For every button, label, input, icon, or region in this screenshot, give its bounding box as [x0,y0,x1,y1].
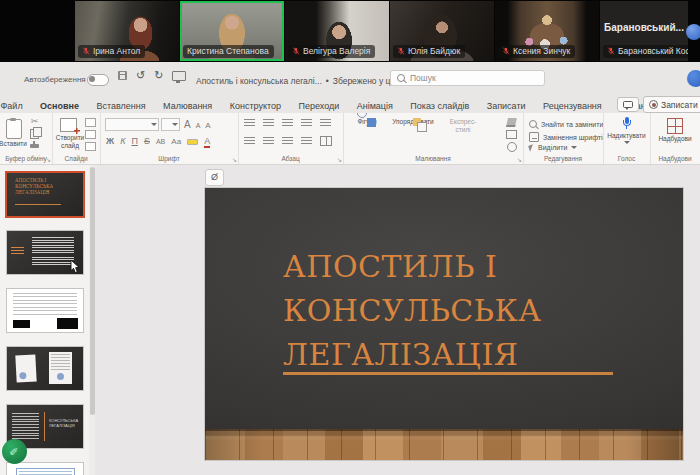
dialog-launcher-icon[interactable]: ↘ [46,157,51,163]
select-button[interactable]: Виділити [529,144,577,151]
bullets-icon[interactable] [244,119,255,127]
thumbnail-slide-1-selected[interactable]: АПОСТИЛЬ І КОНСУЛЬСЬКА ЛЕГАЛІЗАЦІЯ [7,173,83,216]
participant-tile[interactable]: Барановський... Барановський Костя... [600,1,688,61]
increase-indent-icon[interactable] [301,119,312,127]
participant-name: Кристина Степанова [187,46,269,56]
shape-format-tools [506,118,517,152]
chevron-down-icon [151,123,157,126]
font-size-select[interactable] [161,118,180,131]
shape-outline-icon[interactable] [506,130,517,139]
shrink-font-icon[interactable]: А [196,122,201,129]
new-slide-button[interactable] [60,118,77,132]
scrollbar-thumb[interactable] [90,167,95,415]
arrange-button[interactable]: Упорядкувати [387,118,439,126]
tab-slideshow[interactable]: Показ слайдів [404,97,476,113]
tab-home[interactable]: Основне [34,97,86,113]
autosave-toggle[interactable] [87,74,109,86]
shape-fill-icon[interactable] [506,118,517,127]
tab-file[interactable]: Файл [0,97,29,113]
align-left-icon[interactable] [244,137,255,145]
participant-tile[interactable]: Кристина Степанова [180,1,284,61]
annotation-pencil-badge[interactable]: ✎ [2,439,27,464]
alignment-tools [244,136,332,146]
replace-fonts-button[interactable]: Замінення шрифтів [529,132,604,142]
addins-icon[interactable] [667,118,683,134]
participant-tile[interactable]: Ірина Антол [75,1,179,61]
paste-button[interactable] [6,119,22,139]
columns-icon[interactable] [320,136,332,146]
slideshow-icon[interactable] [172,71,186,81]
tab-insert[interactable]: Вставлення [90,97,152,113]
search-input[interactable]: Пошук [390,70,545,86]
undo-icon[interactable]: ↺ [136,70,145,81]
new-slide-label: Створити слайд [52,134,88,150]
participant-tile[interactable]: Ксения Зинчук [495,1,599,61]
slide-canvas[interactable]: АПОСТИЛЬ І КОНСУЛЬСЬКА ЛЕГАЛІЗАЦІЯ [205,188,683,460]
dictate-button[interactable] [603,117,650,130]
list-tools [244,119,331,127]
character-spacing-icon[interactable]: АВ [156,138,165,145]
find-replace-button[interactable]: Знайти та замінити [529,120,603,128]
underline-button[interactable]: П [131,136,137,146]
copy-icon[interactable] [30,129,39,139]
decrease-indent-icon[interactable] [282,119,293,127]
shape-effects-icon[interactable] [507,142,517,152]
participant-tile[interactable]: Юлія Байдюк [390,1,494,61]
font-color-icon[interactable]: А [204,137,210,148]
thumbnail-slide-4[interactable] [7,347,83,390]
ribbon: Вставити ✂ Буфер обміну ↘ Створити слайд… [0,113,700,165]
record-button[interactable]: Записати [643,96,700,113]
grow-font-icon[interactable]: А [184,119,191,130]
font-style-tools: Ж К П S АВ Аа А [106,136,210,148]
change-case-icon[interactable]: Аа [171,137,181,146]
participant-nameplate: Велігура Валерія [288,45,375,58]
layout-icon[interactable] [85,118,96,127]
shapes-button[interactable]: Фігури [351,118,383,126]
font-name-select[interactable] [105,118,159,131]
clear-formatting-icon[interactable]: А [205,121,210,130]
comments-button[interactable] [617,97,639,112]
title-separator-dot: • [326,76,329,86]
tab-record[interactable]: Записати [480,97,532,113]
font-group-label: Шрифт [100,155,238,162]
cut-icon[interactable]: ✂ [31,117,39,126]
justify-icon[interactable] [301,137,312,145]
line-spacing-icon[interactable] [320,119,331,127]
dialog-launcher-icon[interactable]: ↘ [337,157,342,163]
format-painter-icon[interactable] [30,144,39,148]
addins-group: Надбудови Надбудови [650,113,700,164]
thumbnail-slide-3[interactable] [7,289,83,332]
paragraph-group: Абзац ↘ [238,113,344,164]
redo-icon[interactable]: ↻ [154,70,163,81]
paragraph-group-label: Абзац [238,155,343,162]
tab-design[interactable]: Конструктор [223,97,287,113]
tab-animations[interactable]: Анімація [350,97,399,113]
italic-button[interactable]: К [120,136,125,146]
thumbnail-title-text: АПОСТИЛЬ І КОНСУЛЬСЬКА ЛЕГАЛІЗАЦІЯ [15,178,75,196]
thumbnail-slide-6[interactable] [7,463,83,475]
meeting-control-bubble[interactable] [686,24,700,40]
participant-name: Юлія Байдюк [408,46,460,56]
record-button-label: Записати [661,100,698,110]
align-right-icon[interactable] [282,137,293,145]
quick-styles-button[interactable]: Експрес-стилі [443,118,483,134]
participant-tile[interactable]: Велігура Валерія [285,1,389,61]
addins-group-label: Надбудови [650,155,700,162]
dialog-launcher-icon[interactable]: ↘ [232,157,237,163]
thumbnail-title-text: КОНСУЛЬСЬКА ЛЕГАЛІЗАЦІЯ [49,418,79,428]
tab-review[interactable]: Рецензування [537,97,609,113]
tab-draw[interactable]: Малювання [157,97,219,113]
account-avatar[interactable] [687,70,700,87]
slide-title-textbox[interactable]: АПОСТИЛЬ І КОНСУЛЬСЬКА ЛЕГАЛІЗАЦІЯ [283,245,541,377]
numbering-icon[interactable] [263,119,274,127]
highlight-color-icon[interactable] [187,139,198,145]
video-strip: Ірина Антол Кристина Степанова Велігура … [0,0,700,62]
strikethrough-button[interactable]: S [144,136,150,146]
bold-button[interactable]: Ж [106,136,114,146]
dialog-launcher-icon[interactable]: ↘ [517,157,522,163]
save-icon[interactable] [118,71,127,80]
ink-toggle-button[interactable]: Ø [205,169,224,186]
align-center-icon[interactable] [263,137,274,145]
tab-transitions[interactable]: Переходи [292,97,346,113]
drawing-group: Фігури Упорядкувати Експрес-стилі Малюва… [343,113,524,164]
